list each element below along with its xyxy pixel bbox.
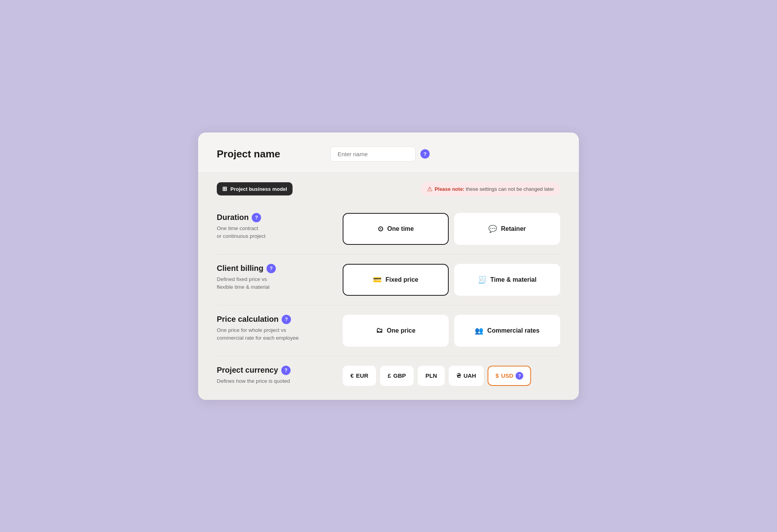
project-currency-label: Project currency ? Defines how the price… [217,366,333,385]
pln-label: PLN [425,372,437,379]
price-calculation-title: Price calculation ? [217,315,333,324]
gbp-symbol: £ [388,372,391,379]
usd-symbol: $ [495,372,498,379]
uah-symbol: ₴ [456,372,461,379]
duration-desc: One time contract or continuous project [217,225,333,241]
duration-retainer-button[interactable]: 💬 Retainer [454,213,560,245]
badge-label: Project business model [230,186,287,192]
business-model-badge: ⊞ Project business model [217,182,293,195]
duration-row: Duration ? One time contract or continuo… [217,204,560,255]
time-material-icon: 🧾 [478,276,486,284]
eur-label: EUR [356,372,368,379]
fixed-price-icon: 💳 [373,276,382,284]
currency-pln-button[interactable]: PLN [418,366,445,386]
currency-uah-button[interactable]: ₴ UAH [449,366,484,386]
warning-note: ⚠ Please note: these settings can not be… [421,182,560,196]
warning-strong: Please note: these settings can not be c… [435,186,554,192]
gbp-label: GBP [393,372,406,379]
project-name-input[interactable] [330,147,416,162]
project-currency-title: Project currency ? [217,366,333,375]
client-billing-help-icon[interactable]: ? [267,264,276,273]
client-billing-options: 💳 Fixed price 🧾 Time & material [343,264,560,296]
price-calculation-options: 🗂 One price 👥 Commercial rates [343,315,560,347]
warning-icon: ⚠ [427,185,432,193]
price-calculation-help-icon[interactable]: ? [282,315,291,324]
warning-text: these settings can not be changed later [464,186,554,192]
usd-help-icon[interactable]: ? [516,372,523,380]
project-name-section: Project name ? [198,133,579,173]
one-price-button[interactable]: 🗂 One price [343,315,449,347]
currency-eur-button[interactable]: € EUR [343,366,376,386]
project-currency-help-icon[interactable]: ? [281,366,291,375]
one-price-icon: 🗂 [376,326,383,335]
client-billing-label: Client billing ? Defined fixed price vs … [217,264,333,291]
project-currency-desc: Defines how the price is quoted [217,377,333,385]
duration-title: Duration ? [217,213,333,222]
price-calculation-row: Price calculation ? One price for whole … [217,305,560,356]
duration-one-time-button[interactable]: ⊙ One time [343,213,449,245]
currency-usd-button[interactable]: $ USD ? [488,366,531,386]
one-time-icon: ⊙ [378,225,383,233]
client-billing-row: Client billing ? Defined fixed price vs … [217,255,560,305]
duration-label: Duration ? One time contract or continuo… [217,213,333,241]
duration-help-icon[interactable]: ? [252,213,261,222]
fixed-price-button[interactable]: 💳 Fixed price [343,264,449,296]
project-currency-row: Project currency ? Defines how the price… [217,356,560,386]
client-billing-title: Client billing ? [217,264,333,273]
client-billing-desc: Defined fixed price vs flexible time & m… [217,276,333,291]
price-calculation-desc: One price for whole project vs commercia… [217,326,333,342]
project-name-help-icon[interactable]: ? [420,149,430,159]
project-name-label: Project name [217,148,318,160]
usd-label: USD [501,372,514,379]
commercial-rates-button[interactable]: 👥 Commercial rates [454,315,560,347]
duration-options: ⊙ One time 💬 Retainer [343,213,560,245]
main-content: Duration ? One time contract or continuo… [198,196,579,400]
price-calculation-label: Price calculation ? One price for whole … [217,315,333,342]
time-material-button[interactable]: 🧾 Time & material [454,264,560,296]
badge-icon: ⊞ [222,185,227,192]
business-model-header: ⊞ Project business model ⚠ Please note: … [217,182,560,196]
currency-gbp-button[interactable]: £ GBP [380,366,414,386]
uah-label: UAH [463,372,476,379]
business-model-header-section: ⊞ Project business model ⚠ Please note: … [198,173,579,196]
currency-options: € EUR £ GBP PLN ₴ UAH $ USD ? [343,366,560,386]
project-name-input-wrap: ? [330,147,430,162]
commercial-rates-icon: 👥 [475,326,483,335]
retainer-icon: 💬 [488,225,497,233]
eur-symbol: € [350,372,354,379]
main-card: Project name ? ⊞ Project business model … [198,133,579,400]
